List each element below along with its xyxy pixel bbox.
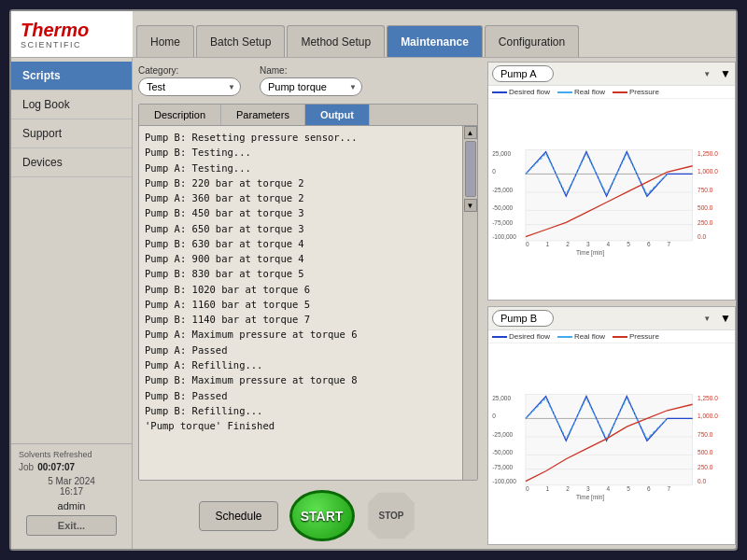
legend-desired-flow: Desired flow <box>492 88 550 96</box>
name-select[interactable]: Pump torque <box>260 77 362 96</box>
svg-text:1,250.0: 1,250.0 <box>698 150 718 157</box>
filter-row: Category: Test Name: Pump torque <box>138 63 478 100</box>
sidebar-item-devices[interactable]: Devices <box>11 148 132 177</box>
sidebar-item-support[interactable]: Support <box>11 119 132 148</box>
pump-b-header: Pump B ▼ <box>488 307 735 330</box>
charts-panel: Pump A ▼ Desired flow Real flow <box>484 58 736 549</box>
svg-text:-25,000: -25,000 <box>492 431 513 438</box>
pump-b-dropdown-icon[interactable]: ▼ <box>720 312 731 325</box>
svg-text:3: 3 <box>586 485 590 492</box>
svg-text:5: 5 <box>627 241 630 247</box>
main-content: Scripts Log Book Support Devices Solvent… <box>11 58 736 549</box>
name-label: Name: <box>260 65 362 76</box>
pump-b-real-label: Real flow <box>574 332 605 341</box>
scroll-down-button[interactable]: ▼ <box>464 199 477 212</box>
legend-real-flow: Real flow <box>557 88 605 96</box>
desired-flow-label: Desired flow <box>509 88 550 96</box>
svg-text:-25,000: -25,000 <box>492 187 513 193</box>
svg-text:-50,000: -50,000 <box>492 204 513 211</box>
pump-b-desired-line <box>492 336 507 338</box>
scrollbar[interactable]: ▲ ▼ <box>462 126 477 480</box>
stop-label: STOP <box>378 511 403 521</box>
pressure-label: Pressure <box>629 88 659 96</box>
tab-batch-setup[interactable]: Batch Setup <box>196 25 285 57</box>
svg-text:-50,000: -50,000 <box>492 449 513 455</box>
svg-text:-100,000: -100,000 <box>492 233 516 240</box>
pump-a-chart: Pump A ▼ Desired flow Real flow <box>487 62 736 301</box>
real-flow-line <box>557 91 572 93</box>
svg-text:1: 1 <box>546 485 550 492</box>
sidebar-item-logbook[interactable]: Log Book <box>11 91 132 119</box>
tab-configuration[interactable]: Configuration <box>485 25 579 57</box>
pump-b-select[interactable]: Pump B <box>492 310 554 327</box>
logo-area: Thermo SCIENTIFIC <box>11 11 133 57</box>
svg-text:25,000: 25,000 <box>492 395 511 401</box>
bottom-buttons: Schedule START STOP <box>138 484 478 543</box>
pump-b-chart: Pump B ▼ Desired flow Real flow <box>487 306 736 545</box>
svg-text:2: 2 <box>566 485 570 492</box>
sidebar-item-scripts[interactable]: Scripts <box>11 62 132 91</box>
exit-button[interactable]: Exit... <box>26 515 117 536</box>
pump-a-chart-body: 25,000 0 -25,000 -50,000 -75,000 -100,00… <box>488 99 735 300</box>
pump-a-dropdown-icon[interactable]: ▼ <box>720 67 731 80</box>
pump-b-svg: 25,000 0 -25,000 -50,000 -75,000 -100,00… <box>490 345 733 542</box>
pump-a-select[interactable]: Pump A <box>492 65 554 82</box>
svg-text:2: 2 <box>566 241 570 247</box>
svg-text:7: 7 <box>668 241 671 247</box>
svg-text:750.0: 750.0 <box>698 187 713 193</box>
pump-b-chart-body: 25,000 0 -25,000 -50,000 -75,000 -100,00… <box>488 343 735 544</box>
svg-text:25,000: 25,000 <box>492 150 511 157</box>
svg-text:1,250.0: 1,250.0 <box>698 395 718 401</box>
svg-text:500.0: 500.0 <box>698 449 713 455</box>
svg-text:1,000.0: 1,000.0 <box>698 413 718 419</box>
svg-text:6: 6 <box>647 485 651 492</box>
scripts-area: Description Parameters Output Pump B: Re… <box>138 104 478 481</box>
script-tabs: Description Parameters Output <box>139 105 477 126</box>
category-label: Category: <box>138 65 241 76</box>
tab-method-setup[interactable]: Method Setup <box>287 25 385 57</box>
svg-text:Time [min]: Time [min] <box>576 249 604 257</box>
scroll-thumb[interactable] <box>465 141 476 197</box>
svg-text:-100,000: -100,000 <box>492 478 516 484</box>
category-select[interactable]: Test <box>138 77 241 96</box>
pump-b-legend: Desired flow Real flow Pressure <box>488 330 735 343</box>
name-group: Name: Pump torque <box>260 65 362 96</box>
sidebar-footer: Solvents Refreshed Job 00:07:07 5 Mar 20… <box>11 443 132 545</box>
pump-b-legend-pressure: Pressure <box>613 332 659 341</box>
tab-maintenance[interactable]: Maintenance <box>387 25 483 57</box>
tab-parameters[interactable]: Parameters <box>221 105 305 125</box>
svg-text:-75,000: -75,000 <box>492 219 513 226</box>
scroll-up-button[interactable]: ▲ <box>464 126 477 139</box>
svg-text:500.0: 500.0 <box>698 204 713 211</box>
svg-text:0.0: 0.0 <box>698 233 706 240</box>
pump-b-pressure-line <box>613 336 627 338</box>
pump-b-select-wrapper[interactable]: Pump B <box>492 310 716 327</box>
tab-description[interactable]: Description <box>139 105 221 125</box>
main-screen: Thermo SCIENTIFIC Home Batch Setup Metho… <box>9 9 738 551</box>
svg-text:0: 0 <box>526 485 529 492</box>
tab-output[interactable]: Output <box>305 105 370 125</box>
job-label: Job <box>19 462 34 472</box>
admin-label: admin <box>19 500 124 511</box>
svg-text:750.0: 750.0 <box>698 431 713 438</box>
datetime: 5 Mar 2024 16:17 <box>19 476 124 497</box>
svg-text:250.0: 250.0 <box>698 219 713 226</box>
output-area: Pump B: Resetting pressure sensor...Pump… <box>139 126 477 480</box>
legend-pressure: Pressure <box>613 88 659 96</box>
category-select-wrapper[interactable]: Test <box>138 77 241 96</box>
pump-b-legend-real: Real flow <box>557 332 605 341</box>
start-button[interactable]: START <box>289 490 355 541</box>
logo-thermo: Thermo <box>21 20 123 40</box>
pump-a-select-wrapper[interactable]: Pump A <box>492 65 716 82</box>
svg-text:4: 4 <box>607 241 611 247</box>
tab-home[interactable]: Home <box>136 25 194 57</box>
desired-flow-line <box>492 91 507 93</box>
category-group: Category: Test <box>138 65 241 96</box>
stop-button[interactable]: STOP <box>366 490 417 541</box>
svg-text:0: 0 <box>492 413 496 419</box>
pump-b-real-line <box>557 336 572 338</box>
name-select-wrapper[interactable]: Pump torque <box>260 77 362 96</box>
svg-text:0: 0 <box>526 241 529 247</box>
real-flow-label: Real flow <box>574 88 605 96</box>
schedule-button[interactable]: Schedule <box>199 501 277 531</box>
